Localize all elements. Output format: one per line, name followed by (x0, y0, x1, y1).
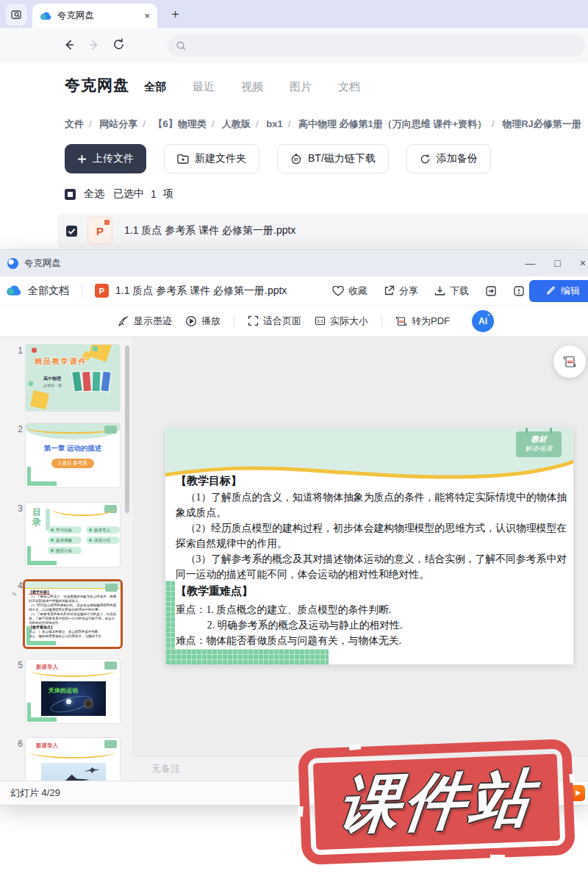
edit-button[interactable]: 编辑 (529, 280, 588, 302)
convert-to-pdf-button[interactable]: PDF 转为PDF (395, 315, 450, 328)
viewer-file-name: 1.1 质点 参考系 课件 必修第一册.pptx (115, 284, 287, 298)
plus-icon (77, 154, 87, 164)
address-bar[interactable] (168, 35, 585, 57)
play-button[interactable]: 播放 (185, 315, 220, 328)
selected-label: 已选中 (113, 187, 144, 201)
tab-image[interactable]: 图片 (290, 80, 312, 94)
convert-pdf-floating-button[interactable]: PDF (553, 345, 586, 378)
thumbnail-scrollbar[interactable] (125, 345, 129, 513)
goal-2: （2）经历质点模型的建构过程，初步体会建构物理模型的思维方式，认识物理模型在探索… (176, 520, 567, 551)
section-label: 新课导入 (36, 742, 58, 750)
tab-doc[interactable]: 文档 (338, 80, 360, 94)
ppt-chip-icon: P (95, 284, 109, 298)
lesson-pill: 1 质点 参考系 (51, 459, 94, 468)
slide-canvas: 教材 解读•拓展 【教学目标】 （1）了解质点的含义，知道将物体抽象为质点的条件… (132, 337, 588, 781)
mini-badge (105, 584, 118, 592)
favorite-button[interactable]: 收藏 (332, 284, 368, 298)
ai-assistant-button[interactable]: Ai (472, 310, 494, 332)
chapter-title: 第一章 运动的描述 (26, 444, 120, 453)
select-all-checkbox[interactable] (65, 189, 76, 200)
tab-close-icon[interactable]: × (144, 10, 150, 21)
goal-3: （3）了解参考系的概念及其对描述物体运动的意义，结合实例，了解不同参考系中对同一… (176, 551, 567, 582)
svg-text:PDF: PDF (399, 320, 404, 323)
corner-grid-deco (165, 649, 329, 664)
key-point-2: 2. 明确参考系的概念及运动与静止的相对性. (176, 617, 567, 633)
key-point-1: 重点：1. 质点概念的建立、质点模型的条件判断. (176, 602, 567, 617)
slide-thumbnail-1[interactable]: 精品教学课件 高中物理 必修第一册 (25, 344, 121, 412)
slide-thumbnail-3[interactable]: 目录 学习目标 新课导入 新课讲解 课堂小结 随堂小练 (25, 502, 121, 567)
upload-button[interactable]: 上传文件 (65, 144, 146, 173)
browser-toolbar (0, 28, 588, 63)
slide-thumbnail-2[interactable]: 第一章 运动的描述 1 质点 参考系 (25, 423, 121, 488)
refresh-icon[interactable] (112, 37, 126, 51)
back-icon[interactable] (62, 37, 76, 52)
breadcrumb-item[interactable]: 网站分享 (99, 118, 137, 129)
breadcrumb-item[interactable]: 高中物理 必修第1册（万向思维 课件+资料） (298, 118, 487, 129)
breadcrumb-item[interactable]: 【6】物理类 (154, 118, 207, 129)
tab-recent[interactable]: 最近 (193, 80, 215, 94)
new-folder-button[interactable]: 新建文件夹 (164, 144, 259, 173)
show-ink-button[interactable]: 显示墨迹 (118, 315, 172, 328)
goals-heading: 【教学目标】 (176, 472, 567, 490)
selection-row: 全选 已选中 1 项 (65, 187, 173, 201)
feedback-button[interactable] (513, 285, 525, 297)
mini-badge (104, 740, 117, 748)
toc-title: 目录 (32, 508, 43, 527)
actual-size-button[interactable]: 1:1 实际大小 (315, 315, 368, 328)
slide-thumbnail-5[interactable]: 新课导入 天体的运动 (25, 659, 121, 724)
close-button[interactable]: × (580, 257, 586, 269)
forward-icon[interactable] (87, 37, 101, 52)
add-backup-button[interactable]: 添加备份 (406, 144, 491, 173)
save-to-drive-button[interactable] (485, 285, 497, 297)
share-button[interactable]: 分享 (384, 284, 418, 298)
select-all-label[interactable]: 全选 (84, 187, 104, 201)
ppt-file-icon: P (87, 217, 112, 245)
cover-title: 精品教学课件 (35, 356, 87, 367)
slide-thumbnail-4-selected[interactable]: 【教学目标】 （1）了解质点的含义，知道将物体抽象为质点的条件，能将特定实际情境… (23, 579, 123, 649)
browser-tab[interactable]: 夸克网盘 × (32, 4, 157, 28)
file-checkbox[interactable] (66, 226, 77, 237)
breadcrumb-item[interactable]: bx1 (266, 118, 282, 129)
cloud-drive-icon[interactable] (6, 285, 21, 296)
filter-tabs: 全部 最近 视频 图片 文档 (144, 80, 360, 94)
quark-logo-icon (7, 258, 18, 269)
fit-page-button[interactable]: 适合页面 (248, 315, 301, 328)
window-title-bar: 夸克网盘 — □ × (0, 250, 588, 276)
bt-magnet-download-button[interactable]: BT BT/磁力链下载 (277, 144, 389, 173)
breadcrumb-item-current: 物理RJ必修第一册 (502, 118, 581, 129)
notes-placeholder: 无备注 (151, 762, 180, 775)
stamp-text: 课件站 (334, 756, 539, 848)
tab-all[interactable]: 全部 (144, 80, 166, 94)
all-docs-link[interactable]: 全部文档 (28, 284, 69, 298)
drive-page: 夸克网盘 全部 最近 视频 图片 文档 文件/ 网站分享/ 【6】物理类/ 人教… (0, 63, 588, 250)
breadcrumb-item[interactable]: 文件 (65, 118, 84, 129)
corner-deco (27, 481, 57, 486)
space-image: 天体的运动 (41, 681, 106, 716)
stamp-body: 课件站 (313, 754, 560, 850)
mini-badge (104, 426, 117, 434)
svg-text:PDF: PDF (567, 360, 572, 363)
slide-thumbnail-6[interactable]: 新课导入 (25, 737, 121, 781)
fit-page-icon (248, 315, 259, 326)
corner-deco (27, 561, 57, 565)
book-cover (92, 371, 101, 392)
goal-1: （1）了解质点的含义，知道将物体抽象为质点的条件，能将特定实际情境中的物体抽象成… (176, 490, 567, 520)
file-row[interactable]: P 1.1 质点 参考系 课件 必修第一册.pptx (57, 213, 588, 248)
pencil-icon (546, 286, 556, 295)
new-tab-button[interactable]: ＋ (169, 5, 182, 22)
cover-edition: 必修第一册 (43, 383, 62, 387)
breadcrumb-item[interactable]: 人教版 (222, 118, 251, 129)
bt-magnet-icon: BT (290, 153, 302, 165)
mini-badge (104, 662, 117, 670)
screenshot-search-icon[interactable] (6, 4, 26, 25)
slide-thumbnail-panel: 1 精品教学课件 高中物理 必修第一册 2 (0, 337, 132, 781)
viewer-toolbar: 显示墨迹 播放 适合页面 1:1 实际大小 PDF 转为PDF Ai (0, 306, 588, 337)
viewer-nav-bar: 全部文档 P 1.1 质点 参考系 课件 必修第一册.pptx 收藏 分享 下载 (0, 276, 588, 306)
minimize-button[interactable]: — (525, 257, 535, 269)
tab-video[interactable]: 视频 (241, 80, 263, 94)
aircraft-image (41, 763, 106, 781)
maximize-button[interactable]: □ (554, 257, 560, 269)
watermark-stamp: 课件站 (298, 739, 576, 865)
textbook-badge: 教材 解读•拓展 (516, 431, 562, 457)
download-button[interactable]: 下载 (434, 284, 469, 298)
